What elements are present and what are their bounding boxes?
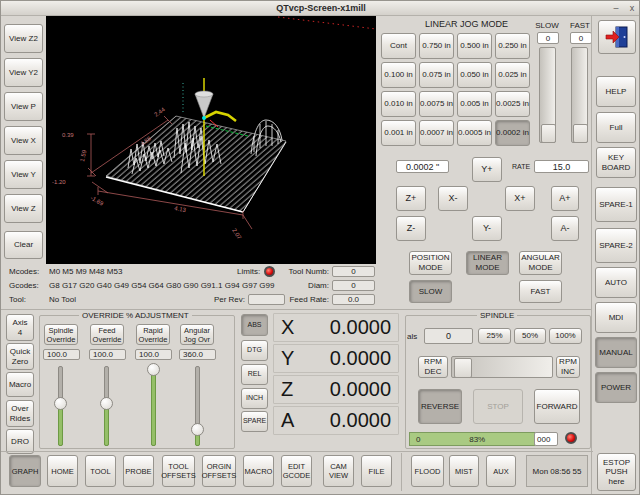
view-z2-button[interactable]: View Z2 <box>4 24 43 53</box>
dtg-button[interactable]: DTG <box>241 340 268 361</box>
jog-inc-0050[interactable]: 0.050 in <box>457 62 492 88</box>
spindle-25-button[interactable]: 25% <box>478 328 511 344</box>
estop-button[interactable]: ESTOP PUSH here <box>597 453 636 491</box>
jog-inc-0250[interactable]: 0.250 in <box>495 33 530 59</box>
tab-probe[interactable]: PROBE <box>123 455 154 487</box>
feed-override-knob[interactable] <box>100 397 113 410</box>
tab-macro-button[interactable]: Macro <box>6 372 34 397</box>
keyboard-button[interactable]: KEY BOARD <box>596 147 636 178</box>
angular-jog-ovr-button[interactable]: Angular Jog Ovr <box>180 324 214 345</box>
rapid-override-knob[interactable] <box>147 363 160 376</box>
rpm-inc-button[interactable]: RPM INC <box>556 356 580 378</box>
jog-inc-0075[interactable]: 0.075 in <box>419 62 454 88</box>
jog-y-plus-button[interactable]: Y+ <box>472 157 502 182</box>
tab-overrides-button[interactable]: Over Rides <box>6 400 34 427</box>
close-button[interactable]: x <box>625 1 639 15</box>
help-button[interactable]: HELP <box>596 76 636 107</box>
jog-inc-00025[interactable]: 0.0025 in <box>495 91 530 117</box>
spare2-button[interactable]: SPARE-2 <box>595 228 637 263</box>
jog-inc-0500[interactable]: 0.500 in <box>457 33 492 59</box>
spare1-button[interactable]: SPARE-1 <box>595 187 637 222</box>
jog-a-plus-button[interactable]: A+ <box>551 186 579 211</box>
power-button[interactable]: POWER <box>595 372 637 403</box>
spindle-override-knob[interactable] <box>54 397 67 410</box>
tab-macro[interactable]: MACRO <box>243 455 274 487</box>
fast-slider[interactable] <box>571 47 588 143</box>
clear-button[interactable]: Clear <box>4 231 43 259</box>
fast-mode-button[interactable]: FAST <box>519 280 562 303</box>
jog-z-minus-button[interactable]: Z- <box>396 216 426 241</box>
jog-inc-00005[interactable]: 0.0005 in <box>457 120 492 146</box>
inch-button[interactable]: INCH <box>241 388 268 409</box>
jog-inc-0025[interactable]: 0.025 in <box>495 62 530 88</box>
feed-override-button[interactable]: Feed Override <box>90 324 124 345</box>
linear-mode-button[interactable]: LINEAR MODE <box>466 251 509 275</box>
jog-x-plus-button[interactable]: X+ <box>505 186 535 211</box>
spindle-100-button[interactable]: 100% <box>549 328 582 344</box>
spare-button[interactable]: SPARE <box>241 411 268 432</box>
rel-button[interactable]: REL <box>241 364 268 385</box>
tab-tool-offsets[interactable]: TOOL OFFSETS <box>162 455 195 487</box>
view-y2-button[interactable]: View Y2 <box>4 58 43 87</box>
angular-jog-ovr-knob[interactable] <box>191 423 204 436</box>
slow-mode-button[interactable]: SLOW <box>409 280 452 303</box>
slow-slider[interactable] <box>539 47 556 143</box>
view-y-button[interactable]: View Y <box>4 160 43 189</box>
gcode-3d-view[interactable]: 0.39 1.59 -1.20 4.88 2.44 -1.69 4.13 2.0… <box>46 16 376 264</box>
abs-button[interactable]: ABS <box>241 314 268 336</box>
auto-button[interactable]: AUTO <box>595 267 637 298</box>
position-mode-button[interactable]: POSITION MODE <box>409 251 452 275</box>
jog-inc-00007[interactable]: 0.0007 in <box>419 120 454 146</box>
tab-home[interactable]: HOME <box>47 455 78 487</box>
aux-button[interactable]: AUX <box>486 455 516 487</box>
minimize-button[interactable]: – <box>609 1 623 15</box>
jog-y-minus-button[interactable]: Y- <box>472 216 502 241</box>
manual-button[interactable]: MANUAL <box>595 337 637 368</box>
spindle-50-button[interactable]: 50% <box>514 328 546 344</box>
view-x-button[interactable]: View X <box>4 126 43 155</box>
full-button[interactable]: Full <box>596 112 636 143</box>
view-p-button[interactable]: View P <box>4 92 43 121</box>
per-rev-input[interactable] <box>248 294 285 305</box>
tool-cone-top <box>195 91 213 97</box>
spindle-bar-min: 0 <box>416 435 420 444</box>
mdi-button[interactable]: MDI <box>595 302 637 333</box>
jog-inc-0100[interactable]: 0.100 in <box>381 62 416 88</box>
tab-tool[interactable]: TOOL <box>85 455 116 487</box>
tab-axis4-button[interactable]: Axis 4 <box>6 314 34 341</box>
flood-button[interactable]: FLOOD <box>411 455 444 487</box>
spindle-rpm-slider-handle[interactable] <box>454 358 472 378</box>
exit-button[interactable] <box>598 20 636 54</box>
jog-inc-cont[interactable]: Cont <box>381 33 416 59</box>
jog-x-minus-button[interactable]: X- <box>438 186 468 211</box>
tab-orgin-offsets[interactable]: ORGIN OFFSETS <box>202 455 236 487</box>
jog-a-minus-button[interactable]: A- <box>551 216 579 241</box>
spindle-stop-button[interactable]: STOP <box>473 389 523 424</box>
tab-file[interactable]: FILE <box>361 455 392 487</box>
spindle-rpm-spinbox[interactable]: 000 <box>534 432 558 446</box>
spindle-override-button[interactable]: Spindle Override <box>44 324 78 345</box>
mist-button[interactable]: MIST <box>449 455 479 487</box>
tab-graph[interactable]: GRAPH <box>9 455 41 487</box>
jog-inc-00075[interactable]: 0.0075 in <box>419 91 454 117</box>
jog-inc-0005[interactable]: 0.005 in <box>457 91 492 117</box>
jog-mode-title: LINEAR JOG MODE <box>404 19 529 30</box>
rpm-dec-button[interactable]: RPM DEC <box>418 356 448 378</box>
jog-inc-0001[interactable]: 0.001 in <box>381 120 416 146</box>
dim-edge-top: 2.44 <box>153 106 167 118</box>
jog-z-plus-button[interactable]: Z+ <box>396 186 426 211</box>
tab-quick-zero-button[interactable]: Quick Zero <box>6 343 34 370</box>
tab-cam-view[interactable]: CAM VIEW <box>323 455 354 487</box>
view-z-button[interactable]: View Z <box>4 194 43 223</box>
slow-slider-handle[interactable] <box>541 124 556 143</box>
jog-inc-0010[interactable]: 0.010 in <box>381 91 416 117</box>
spindle-forward-button[interactable]: FORWARD <box>534 389 580 424</box>
angular-mode-button[interactable]: ANGULAR MODE <box>519 251 562 275</box>
fast-slider-handle[interactable] <box>573 124 588 143</box>
jog-inc-0750[interactable]: 0.750 in <box>419 33 454 59</box>
rapid-override-button[interactable]: Rapid Override <box>136 324 170 345</box>
spindle-rpm-slider[interactable] <box>451 356 553 378</box>
jog-inc-00002[interactable]: 0.0002 in <box>495 120 530 146</box>
spindle-reverse-button[interactable]: REVERSE <box>418 389 462 424</box>
tab-edit-gcode[interactable]: EDIT GCODE <box>281 455 312 487</box>
